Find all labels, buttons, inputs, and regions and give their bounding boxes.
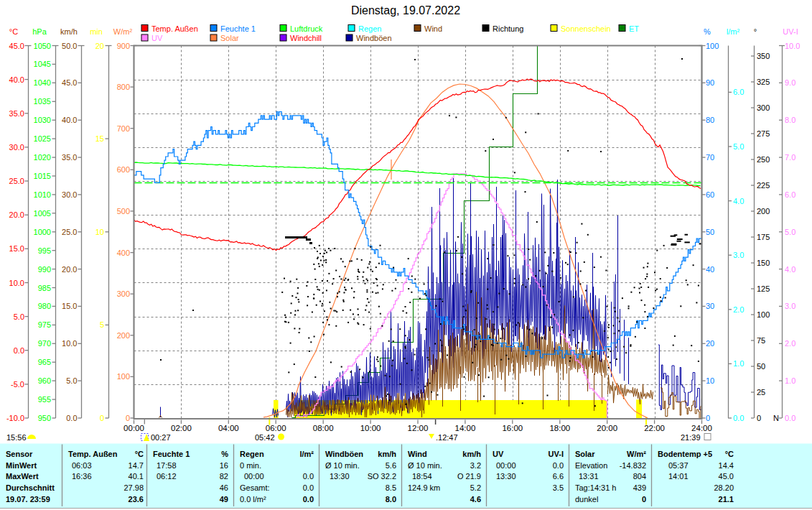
svg-text:SO 32.2: SO 32.2	[368, 472, 396, 481]
svg-text:10: 10	[706, 376, 714, 385]
svg-text:Windböen: Windböen	[325, 450, 363, 458]
svg-text:UV-I: UV-I	[783, 27, 798, 36]
svg-text:5.6: 5.6	[386, 461, 396, 470]
svg-text:13:30: 13:30	[496, 472, 516, 481]
svg-text:5.2: 5.2	[470, 483, 481, 492]
svg-text:Wind: Wind	[408, 450, 427, 458]
svg-text:l/m²: l/m²	[727, 27, 740, 36]
svg-text:5.0: 5.0	[785, 228, 795, 236]
svg-text:Bodentemp +5: Bodentemp +5	[658, 450, 712, 458]
svg-text:955: 955	[38, 395, 51, 404]
svg-text:Sensor: Sensor	[6, 450, 33, 458]
svg-text:50: 50	[757, 362, 765, 371]
svg-text:100: 100	[706, 42, 719, 50]
svg-text:275: 275	[757, 129, 770, 138]
svg-text:5.0: 5.0	[66, 376, 77, 385]
svg-text:15:56: 15:56	[6, 433, 27, 442]
svg-text:km/h: km/h	[462, 450, 481, 458]
svg-text:0.0: 0.0	[303, 495, 314, 504]
svg-text:0.0: 0.0	[14, 346, 24, 355]
svg-text:1.0: 1.0	[785, 376, 795, 385]
svg-text:21:39: 21:39	[681, 433, 701, 442]
svg-text:hPa: hPa	[32, 27, 47, 36]
svg-text:1040: 1040	[34, 78, 51, 87]
svg-text:0.0: 0.0	[303, 483, 314, 492]
svg-text:175: 175	[757, 233, 770, 241]
svg-text:15.0: 15.0	[9, 244, 24, 253]
svg-text:80: 80	[706, 116, 714, 124]
svg-text:124.9 km: 124.9 km	[408, 483, 440, 492]
svg-text:990: 990	[38, 265, 51, 274]
svg-text:-14.832: -14.832	[620, 461, 646, 470]
svg-text:Windchill: Windchill	[290, 34, 322, 42]
svg-text:min: min	[90, 27, 103, 36]
svg-text:Tag:14:31 h: Tag:14:31 h	[575, 483, 617, 492]
svg-text:02:00: 02:00	[171, 424, 192, 432]
svg-text:40.0: 40.0	[62, 116, 77, 124]
svg-text:439: 439	[633, 483, 646, 492]
svg-text:40: 40	[706, 265, 714, 274]
svg-text:.12:47: .12:47	[436, 433, 458, 442]
svg-text:400: 400	[117, 249, 130, 257]
svg-text:06:00: 06:00	[266, 424, 286, 432]
svg-text:46: 46	[220, 483, 228, 492]
svg-text:Dienstag, 19.07.2022: Dienstag, 19.07.2022	[351, 4, 460, 17]
svg-text:12:00: 12:00	[408, 424, 429, 432]
svg-text:dunkel: dunkel	[575, 495, 598, 504]
svg-text:MaxWert: MaxWert	[6, 472, 39, 481]
svg-text:35.0: 35.0	[62, 153, 77, 162]
svg-text:15: 15	[95, 134, 104, 143]
svg-text:14.4: 14.4	[719, 461, 734, 470]
svg-text:l/m²: l/m²	[299, 450, 314, 458]
svg-text:0.0: 0.0	[785, 414, 795, 422]
svg-text:980: 980	[38, 302, 51, 310]
svg-text:800: 800	[117, 83, 130, 91]
svg-text:90: 90	[706, 78, 714, 87]
svg-text:2.0: 2.0	[785, 339, 795, 348]
svg-text:UV: UV	[493, 450, 504, 458]
svg-text:05:42: 05:42	[255, 433, 275, 442]
svg-text:4.0: 4.0	[785, 265, 795, 274]
svg-text:1.0: 1.0	[733, 359, 744, 368]
svg-text:%: %	[704, 27, 711, 36]
svg-text:10.0: 10.0	[785, 42, 800, 50]
svg-text:50: 50	[706, 228, 714, 236]
svg-text:8.0: 8.0	[785, 116, 795, 124]
svg-text:0: 0	[126, 414, 130, 422]
svg-text:965: 965	[38, 358, 51, 366]
svg-text:20.0: 20.0	[9, 210, 24, 219]
svg-text:14.7: 14.7	[129, 461, 144, 470]
svg-text:1050: 1050	[34, 42, 51, 50]
svg-text:Windböen: Windböen	[356, 34, 392, 42]
svg-text:125: 125	[757, 284, 770, 293]
svg-text:960: 960	[38, 376, 51, 385]
svg-text:30.0: 30.0	[9, 143, 24, 152]
svg-text:06:12: 06:12	[157, 472, 177, 481]
svg-text:600: 600	[117, 165, 130, 174]
svg-text:Richtung: Richtung	[493, 24, 523, 33]
svg-text:0.0: 0.0	[553, 461, 564, 470]
svg-text:30: 30	[706, 302, 714, 310]
svg-text:45.0: 45.0	[9, 42, 24, 50]
svg-text:325: 325	[757, 78, 770, 86]
svg-text:13:30: 13:30	[330, 472, 350, 481]
svg-text:900: 900	[117, 42, 130, 50]
svg-text:Luftdruck: Luftdruck	[290, 24, 323, 33]
svg-text:3.2: 3.2	[470, 461, 481, 470]
svg-text:50.0: 50.0	[62, 42, 77, 50]
svg-text:00:27: 00:27	[151, 433, 171, 442]
svg-text:13:31: 13:31	[579, 472, 599, 481]
svg-text:24:00: 24:00	[691, 424, 712, 432]
svg-text:950: 950	[38, 414, 51, 422]
svg-text:250: 250	[757, 155, 770, 164]
svg-text:225: 225	[757, 181, 770, 190]
svg-text:0: 0	[757, 414, 761, 422]
svg-text:Regen: Regen	[358, 24, 381, 33]
svg-text:3.0: 3.0	[733, 251, 744, 259]
svg-text:W/m²: W/m²	[113, 27, 133, 36]
svg-text:Elevation: Elevation	[575, 461, 607, 470]
svg-text:10: 10	[95, 228, 104, 236]
svg-text:100: 100	[117, 372, 130, 381]
svg-text:1030: 1030	[34, 116, 51, 124]
svg-text:Solar: Solar	[575, 450, 595, 458]
